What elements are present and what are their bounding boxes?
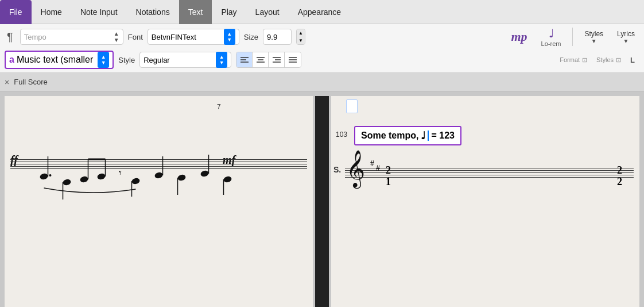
lyrics-chevron: ▼	[623, 38, 629, 44]
time-signature-start: 2 1	[386, 165, 391, 188]
key-signature-2: #	[376, 164, 380, 173]
lyrics-label: Lo-rem	[541, 40, 561, 47]
style-spinner[interactable]: ▲ ▼	[216, 52, 227, 68]
size-label: Size	[244, 33, 258, 41]
menu-notations[interactable]: Notations	[127, 0, 179, 24]
mp-icon: mp	[511, 29, 527, 44]
measure-7-number: 7	[217, 103, 221, 111]
svg-point-19	[96, 172, 106, 180]
l-label: L	[630, 56, 635, 64]
svg-point-29	[200, 170, 209, 177]
menu-appearance[interactable]: Appearance	[289, 0, 351, 24]
score-tab-close-button[interactable]: ×	[5, 78, 9, 87]
score-tab-title: Full Score	[14, 78, 48, 86]
treble-clef: 𝄞	[346, 152, 365, 185]
menu-home[interactable]: Home	[32, 0, 71, 24]
align-right-button[interactable]	[269, 52, 285, 68]
score-page-right: 8 103 Some tempo, ♩ = 123 S.	[331, 96, 639, 307]
text-style-a-icon: a	[9, 55, 14, 65]
score-pages: 7 ff mf	[0, 91, 644, 307]
menu-file[interactable]: File	[0, 0, 32, 24]
menu-layout[interactable]: Layout	[246, 0, 289, 24]
tempo-equals: = 123	[431, 131, 454, 141]
svg-point-25	[154, 171, 163, 179]
font-select-value: Tempo	[24, 33, 46, 41]
s-instrument-label: S.	[333, 165, 341, 174]
font-value-text: BetvnFINText	[152, 33, 196, 41]
svg-point-14	[49, 174, 52, 176]
svg-point-15	[62, 178, 71, 186]
styles-chevron: ▼	[591, 38, 597, 44]
style-select-value: Regular	[143, 56, 170, 64]
font-select[interactable]: Tempo ▲▼	[20, 29, 123, 45]
alignment-group	[236, 52, 301, 68]
size-up-button[interactable]: ▲	[297, 29, 305, 37]
toolbar: ¶ Tempo ▲▼ Font BetvnFINText ▲ ▼ Size 9.…	[0, 24, 644, 73]
font-label: Font	[128, 33, 143, 41]
lyrics-text-label: Lyrics	[617, 30, 635, 38]
font-value-select[interactable]: BetvnFINText ▲ ▼	[148, 29, 239, 45]
size-value: 9.9	[267, 33, 277, 41]
key-signature: #	[370, 159, 374, 168]
toolbar-row1: ¶ Tempo ▲▼ Font BetvnFINText ▲ ▼ Size 9.…	[5, 26, 639, 47]
time-signature-end: 2 2	[617, 165, 622, 188]
paragraph-button[interactable]: ¶	[5, 28, 15, 46]
styles-button[interactable]: Styles ▼	[580, 29, 608, 45]
svg-text:𝄾: 𝄾	[119, 171, 122, 175]
format-expand-icon[interactable]: ⊡	[582, 56, 587, 64]
score-page-divider	[315, 96, 329, 307]
font-select-spinner: ▲▼	[114, 30, 119, 43]
align-justify-button[interactable]	[285, 52, 301, 68]
style-select[interactable]: Regular ▲ ▼	[139, 52, 231, 68]
styles-label-text: Styles	[584, 30, 603, 38]
styles-section-label: Styles	[596, 56, 614, 63]
text-style-value: Music text (smaller	[17, 55, 93, 65]
style-label: Style	[118, 56, 135, 64]
tempo-note-icon: ♩	[421, 129, 425, 142]
svg-point-23	[131, 177, 140, 185]
tempo-text: Some tempo,	[361, 131, 418, 141]
lyrics-button[interactable]: ♩ Lo-rem	[537, 25, 566, 48]
menu-bar: File Home Note Input Notations Text Play…	[0, 0, 644, 24]
music-note-icon: ♩	[549, 26, 554, 40]
size-input[interactable]: 9.9	[263, 29, 292, 45]
align-left-button[interactable]	[236, 52, 253, 68]
document-icon	[346, 99, 358, 113]
font-spinner[interactable]: ▲ ▼	[224, 29, 235, 45]
styles-expand-icon[interactable]: ⊡	[616, 56, 621, 64]
score-tab-bar: × Full Score	[0, 73, 644, 91]
measure-103-number: 103	[336, 131, 347, 139]
menu-play[interactable]: Play	[212, 0, 246, 24]
align-center-button[interactable]	[253, 52, 269, 68]
score-container: × Full Score 7 ff mf	[0, 73, 644, 300]
notes-svg-left: 𝄾	[5, 142, 313, 199]
size-spinner[interactable]: ▲ ▼	[296, 29, 305, 45]
score-page-left: 7 ff mf	[5, 96, 313, 307]
tempo-box: Some tempo, ♩ = 123	[354, 126, 461, 145]
text-style-selector[interactable]: a Music text (smaller ▲ ▼	[5, 51, 114, 69]
lyrics-text-button[interactable]: Lyrics ▼	[612, 29, 639, 45]
svg-point-27	[177, 174, 186, 181]
menu-text[interactable]: Text	[179, 0, 212, 24]
tempo-cursor	[428, 131, 429, 141]
text-style-spinner[interactable]: ▲ ▼	[98, 52, 109, 68]
size-down-button[interactable]: ▼	[297, 37, 305, 44]
toolbar-row2: a Music text (smaller ▲ ▼ Style Regular …	[5, 49, 639, 70]
svg-point-17	[79, 175, 88, 183]
format-label: Format	[560, 56, 580, 63]
menu-note-input[interactable]: Note Input	[71, 0, 127, 24]
svg-point-31	[223, 175, 232, 183]
mp-styles-button[interactable]: mp	[506, 28, 532, 45]
svg-point-12	[39, 172, 48, 180]
